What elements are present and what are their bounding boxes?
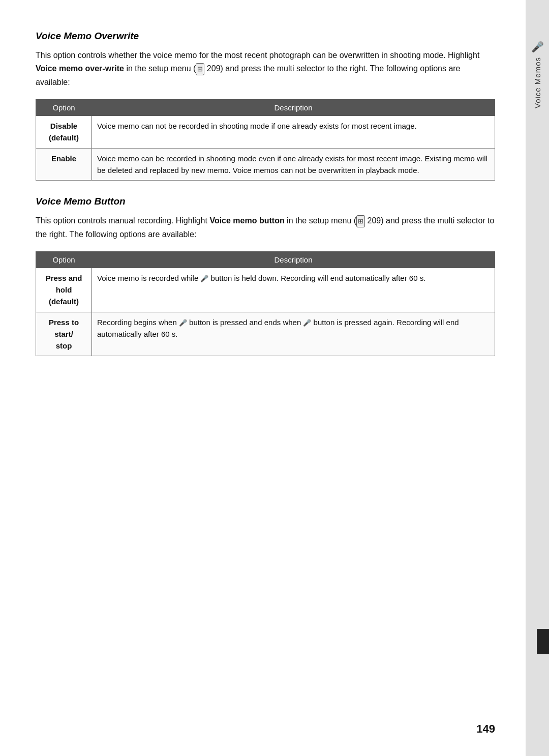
option-enable-main: Enable <box>51 154 76 163</box>
section-voice-memo-overwrite: Voice Memo Overwrite This option control… <box>36 31 495 181</box>
section1-title: Voice Memo Overwrite <box>36 31 495 42</box>
option-disable-main: Disable <box>50 122 77 130</box>
menu-icon-1: ⊞ <box>196 63 204 75</box>
section1-text1: This option controls whether the voice m… <box>36 51 479 60</box>
desc-enable: Voice memo can be recorded in shooting m… <box>92 148 495 181</box>
section1-bold1: Voice memo over-write <box>36 64 124 73</box>
section2-body: This option controls manual recording. H… <box>36 214 495 241</box>
table-row: Press and hold (default) Voice memo is r… <box>36 268 495 312</box>
option-press-hold: Press and hold (default) <box>36 268 92 312</box>
mic-icon-inline-2: 🎤 <box>179 318 187 328</box>
menu-icon-2: ⊞ <box>356 215 365 227</box>
page-number: 149 <box>476 722 495 736</box>
main-content: Voice Memo Overwrite This option control… <box>0 0 526 756</box>
option-press-hold-sub: (default) <box>49 297 79 306</box>
option-enable: Enable <box>36 148 92 181</box>
option-disable-sub: (default) <box>49 133 79 142</box>
sidebar-black-block <box>537 629 549 654</box>
section-voice-memo-button: Voice Memo Button This option controls m… <box>36 196 495 356</box>
table2-col2-header: Description <box>92 251 495 268</box>
mic-icon-inline-3: 🎤 <box>303 318 311 328</box>
table-row: Press to start/stop Recording begins whe… <box>36 312 495 356</box>
sidebar-label-container: 🎤 Voice Memos <box>531 41 544 108</box>
desc-disable: Voice memo can not be recorded in shooti… <box>92 116 495 149</box>
desc-press-start-stop: Recording begins when 🎤 button is presse… <box>92 312 495 356</box>
sidebar-text: Voice Memos <box>533 57 542 108</box>
table-overwrite: Option Description Disable (default) Voi… <box>36 99 495 181</box>
desc-press-hold: Voice memo is recorded while 🎤 button is… <box>92 268 495 312</box>
table1-col2-header: Description <box>92 100 495 116</box>
option-disable: Disable (default) <box>36 116 92 149</box>
section1-body: This option controls whether the voice m… <box>36 49 495 89</box>
page: Voice Memo Overwrite This option control… <box>0 0 549 756</box>
sidebar: 🎤 Voice Memos <box>526 0 549 756</box>
option-press-start-stop-main: Press to start/stop <box>49 318 79 351</box>
mic-icon-inline-1: 🎤 <box>200 274 208 284</box>
table-button: Option Description Press and hold (defau… <box>36 251 495 357</box>
section2-text1: This option controls manual recording. H… <box>36 216 209 225</box>
table2-col1-header: Option <box>36 251 92 268</box>
sidebar-mic-icon: 🎤 <box>531 41 544 53</box>
table-row: Enable Voice memo can be recorded in sho… <box>36 148 495 181</box>
option-press-hold-main: Press and hold <box>46 274 82 294</box>
table-row: Disable (default) Voice memo can not be … <box>36 116 495 149</box>
section2-title: Voice Memo Button <box>36 196 495 207</box>
table1-col1-header: Option <box>36 100 92 116</box>
option-press-start-stop: Press to start/stop <box>36 312 92 356</box>
section2-bold1: Voice memo button <box>209 216 284 225</box>
